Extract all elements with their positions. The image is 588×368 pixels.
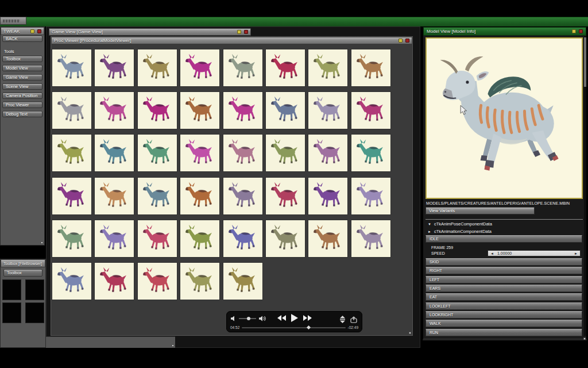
creature-thumbnail[interactable] <box>95 178 134 214</box>
expand-arrow-icon[interactable]: ▼ <box>428 223 431 226</box>
creature-thumbnail[interactable] <box>180 49 219 86</box>
play-button[interactable] <box>291 314 298 322</box>
creature-thumbnail[interactable] <box>351 178 390 214</box>
file-browser-tile[interactable] <box>25 302 44 323</box>
speed-value[interactable]: 1.00000 <box>497 251 571 255</box>
toolbox-titlebar[interactable]: Toolbox [FileBrowser] <box>1 259 45 267</box>
rewind-button[interactable] <box>277 315 286 321</box>
creature-thumbnail[interactable] <box>308 135 347 171</box>
creature-thumbnail[interactable] <box>308 178 347 214</box>
spinner-increment-icon[interactable]: ► <box>574 252 578 255</box>
file-browser-tile[interactable] <box>25 279 44 300</box>
animation-section-eat[interactable]: EAT <box>425 293 582 301</box>
creature-thumbnail[interactable] <box>351 92 390 129</box>
creature-thumbnail[interactable] <box>52 263 91 300</box>
speed-spinner[interactable]: ◄ 1.00000 ► <box>488 250 581 256</box>
creature-thumbnail[interactable] <box>52 135 91 171</box>
creature-thumbnail[interactable] <box>308 92 347 129</box>
sidebar-button-scene-view[interactable]: Scene View <box>2 83 42 90</box>
close-button[interactable] <box>579 29 583 33</box>
animation-section-idle[interactable]: IDLE <box>425 235 582 243</box>
creature-thumbnail[interactable] <box>138 92 177 129</box>
creature-thumbnail[interactable] <box>52 92 91 129</box>
resize-grip[interactable] <box>41 241 43 244</box>
minimize-button[interactable] <box>237 30 241 34</box>
seek-thumb[interactable] <box>307 325 311 329</box>
creature-thumbnail[interactable] <box>180 92 219 129</box>
creature-thumbnail[interactable] <box>138 49 177 86</box>
file-browser-tile[interactable] <box>2 302 21 323</box>
sidebar-button-game-view[interactable]: Game View <box>2 74 42 80</box>
sidebar-button-proc-viewer[interactable]: Proc Viewer <box>2 102 42 108</box>
game-view-titlebar[interactable]: Game View [Game View] <box>49 28 251 36</box>
corner-window-tab[interactable] <box>0 17 26 25</box>
resize-grip[interactable] <box>409 332 411 334</box>
fast-forward-button[interactable] <box>303 315 312 321</box>
volume-slider-thumb[interactable] <box>247 317 250 320</box>
creature-thumbnail[interactable] <box>223 49 262 86</box>
creature-thumbnail[interactable] <box>266 49 305 86</box>
minimize-button[interactable] <box>572 29 576 33</box>
frame-step-icon[interactable] <box>339 316 346 323</box>
creature-thumbnail[interactable] <box>223 220 262 257</box>
creature-thumbnail[interactable] <box>351 135 390 171</box>
animation-section-lookright[interactable]: LOOKRIGHT <box>425 311 582 319</box>
creature-thumbnail[interactable] <box>52 178 91 214</box>
component-row-animation[interactable]: ► cTkAnimationComponentData <box>428 229 492 234</box>
animation-section-walk[interactable]: WALK <box>425 320 582 327</box>
creature-thumbnail[interactable] <box>351 220 390 257</box>
creature-thumbnail[interactable] <box>52 49 91 86</box>
animation-section-right[interactable]: RIGHT <box>425 267 582 274</box>
volume-max-icon[interactable] <box>259 316 266 321</box>
creature-thumbnail[interactable] <box>180 135 219 171</box>
scrollbar-thumb[interactable] <box>584 37 586 87</box>
spinner-decrement-icon[interactable]: ◄ <box>490 252 494 255</box>
creature-thumbnail[interactable] <box>138 220 177 257</box>
animation-section-skid[interactable]: SKID <box>425 258 582 266</box>
bottom-partial-window[interactable] <box>46 336 175 348</box>
sidebar-button-debug-text[interactable]: Debug Text <box>2 111 42 117</box>
minimize-button[interactable] <box>30 29 34 33</box>
creature-thumbnail[interactable] <box>308 49 347 86</box>
volume-mute-icon[interactable] <box>231 316 236 321</box>
creature-thumbnail[interactable] <box>180 178 219 214</box>
sidebar-button-model-view[interactable]: Model View <box>2 65 42 71</box>
creature-thumbnail[interactable] <box>138 263 177 300</box>
sidebar-button-camera-position[interactable]: Camera Position <box>2 93 42 99</box>
proc-viewer-titlebar[interactable]: Proc Viewer [ProceduralModelViewer] <box>51 37 412 44</box>
creature-thumbnail[interactable] <box>95 263 134 300</box>
creature-thumbnail[interactable] <box>223 263 262 300</box>
resize-grip[interactable] <box>583 338 586 340</box>
tweak-titlebar[interactable]: TWEAK <box>1 27 44 35</box>
creature-thumbnail[interactable] <box>223 135 262 171</box>
creature-thumbnail[interactable] <box>266 92 305 129</box>
animation-section-ears[interactable]: EARS <box>425 285 582 292</box>
animation-section-left[interactable]: LEFT <box>425 276 582 283</box>
creature-thumbnail[interactable] <box>138 178 177 214</box>
share-icon[interactable] <box>350 316 357 323</box>
collapse-arrow-icon[interactable]: ► <box>428 230 431 233</box>
creature-thumbnail[interactable] <box>351 49 390 86</box>
creature-thumbnail[interactable] <box>52 220 91 257</box>
creature-thumbnail[interactable] <box>138 135 177 171</box>
model-view-titlebar[interactable]: Model View [Model Info] <box>423 27 586 36</box>
creature-thumbnail[interactable] <box>266 220 305 257</box>
resize-grip[interactable] <box>172 344 174 347</box>
close-button[interactable] <box>244 30 248 34</box>
creature-thumbnail[interactable] <box>95 135 134 171</box>
creature-thumbnail[interactable] <box>308 220 347 257</box>
seek-bar[interactable] <box>242 327 345 328</box>
file-browser-tile[interactable] <box>2 279 21 300</box>
view-variants-button[interactable]: View Variants <box>425 207 535 214</box>
close-button[interactable] <box>37 29 41 33</box>
model-3d-viewport[interactable] <box>425 37 583 199</box>
creature-thumbnail[interactable] <box>180 220 219 257</box>
minimize-button[interactable] <box>399 39 403 43</box>
animation-section-lookleft[interactable]: LOOKLEFT <box>425 302 582 310</box>
volume-slider[interactable] <box>239 318 256 319</box>
creature-thumbnail[interactable] <box>180 263 219 300</box>
creature-thumbnail[interactable] <box>223 178 262 214</box>
creature-thumbnail[interactable] <box>95 220 134 257</box>
creature-thumbnail[interactable] <box>266 135 305 171</box>
sidebar-button-toolbox[interactable]: Toolbox <box>2 56 42 62</box>
